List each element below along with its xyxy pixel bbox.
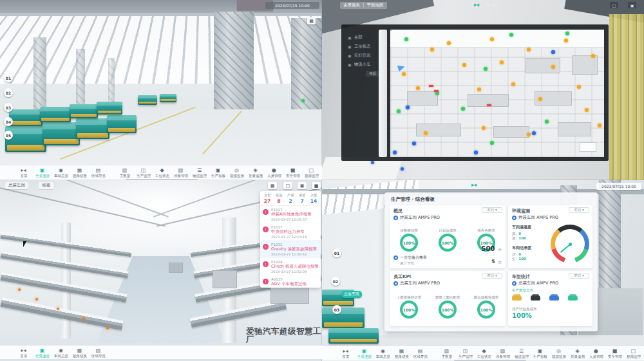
- toolbar-item[interactable]: ◫ 生产监控: [459, 348, 472, 358]
- vehicle-icon[interactable]: [568, 295, 578, 301]
- status-marker-green[interactable]: [301, 99, 305, 102]
- toolbar-item[interactable]: ◫ 生产监控: [137, 167, 150, 178]
- breadcrumb-mode[interactable]: 巡视: [39, 182, 53, 189]
- station-marker-button[interactable]: 03: [4, 103, 13, 112]
- agv-vehicle[interactable]: [5, 126, 46, 152]
- toolbar-item[interactable]: ▧ 设备管理: [496, 348, 509, 358]
- range-dropdown[interactable]: 本日 ▾: [569, 273, 589, 279]
- map-status-dot[interactable]: [397, 109, 401, 113]
- panel-view-button[interactable]: □: [283, 182, 292, 189]
- toolbar-item[interactable]: ▦ 视角切换: [73, 347, 86, 358]
- alarm-list-item[interactable]: ! F1031 Gravity 涂胶泵故障报警 2023-03-27 11:58…: [260, 241, 321, 258]
- map-alarm-mark[interactable]: [429, 85, 433, 87]
- status-marker[interactable]: [371, 161, 374, 164]
- alarm-list-item[interactable]: ! E1017 中央供料压力异常 2023-03-27 12:03:18: [260, 223, 321, 241]
- agv-vehicle[interactable]: [70, 104, 98, 118]
- station-marker-button[interactable]: 02: [4, 88, 13, 97]
- alarm-stat[interactable]: 次要 14: [308, 193, 319, 204]
- station-marker-button[interactable]: 01: [4, 73, 13, 82]
- alarm-list-item[interactable]: ! A0115 AGV 小车电量过低 2023-03-27 11:47:55: [260, 275, 321, 288]
- map-alarm-mark[interactable]: [434, 90, 439, 92]
- alarm-stat[interactable]: 严重 2: [285, 193, 296, 204]
- toolbar-item[interactable]: ▤ 区域导览: [91, 347, 105, 358]
- station-marker-button[interactable]: 05: [4, 131, 13, 140]
- toolbar-item[interactable]: ▦ 视角切换: [395, 348, 408, 358]
- range-dropdown[interactable]: 本日 ▾: [569, 207, 589, 213]
- model-stats-link[interactable]: 生产车型分布: [512, 288, 533, 293]
- map-status-dot[interactable]: [404, 37, 408, 41]
- map-status-dot[interactable]: [500, 60, 504, 64]
- agv-vehicle[interactable]: [9, 109, 43, 126]
- toolbar-item[interactable]: ■ 安全管理: [608, 348, 621, 358]
- map-status-dot[interactable]: [591, 54, 595, 58]
- map-status-dot[interactable]: [511, 82, 515, 86]
- map-status-dot[interactable]: [532, 131, 536, 135]
- map-status-dot[interactable]: [474, 151, 478, 154]
- agv-vehicle[interactable]: [76, 118, 109, 139]
- toolbar-item[interactable]: ▣ 生产看板: [211, 167, 225, 178]
- toolbar-item[interactable]: ☰ 物流监控: [193, 167, 206, 178]
- vehicle-icon[interactable]: [549, 295, 559, 301]
- map-status-dot[interactable]: [402, 72, 406, 76]
- vehicle-icon[interactable]: [512, 295, 522, 301]
- map-status-dot[interactable]: [424, 131, 428, 135]
- map-status-dot[interactable]: [509, 33, 513, 37]
- map-status-dot[interactable]: [482, 126, 486, 130]
- agv-vehicle[interactable]: [43, 122, 80, 145]
- collapse-button[interactable]: 收起: [366, 71, 380, 77]
- toolbar-item[interactable]: ▣ 全景漫游: [35, 347, 49, 358]
- window-mode-button[interactable]: □: [610, 2, 618, 8]
- map-status-dot[interactable]: [551, 50, 555, 54]
- plant-floor-map[interactable]: [390, 30, 604, 157]
- toolbar-item[interactable]: ▤ 区域导览: [413, 348, 427, 358]
- map-status-dot[interactable]: [585, 108, 589, 112]
- alarm-stat[interactable]: 紧急 8: [273, 193, 285, 204]
- toolbar-item[interactable]: ▦ 视角切换: [73, 167, 86, 178]
- range-dropdown[interactable]: 本日 ▾: [482, 273, 502, 279]
- toolbar-item[interactable]: ▣ 全景漫游: [35, 167, 49, 178]
- agv-vehicle[interactable]: [40, 107, 71, 122]
- toolbar-item[interactable]: ☰ 物流监控: [515, 348, 528, 358]
- toolbar-item[interactable]: ▸◂ 首页: [17, 167, 30, 178]
- toolbar-item[interactable]: ◉ 车间总览: [54, 347, 68, 358]
- minimap-toggle-button[interactable]: ▦: [307, 17, 316, 24]
- toolbar-item[interactable]: ● 人员管理: [267, 167, 281, 178]
- workshop-tag-pill[interactable]: 总装车间: [341, 291, 362, 298]
- station-marker-button[interactable]: 01: [332, 248, 341, 257]
- toolbar-item[interactable]: ■ 安全管理: [286, 167, 299, 178]
- layout-toggle-button[interactable]: ▣: [628, 2, 636, 8]
- panel-view-button[interactable]: ▣: [298, 182, 307, 189]
- layer-filter-item[interactable]: ▣ 全部: [348, 35, 363, 41]
- alarm-list-item[interactable]: ! E1017 焊装A区线体急停报警 2023-03-27 12:05:37: [260, 206, 321, 223]
- vehicle-icon[interactable]: [531, 295, 540, 301]
- horizontal-scrollbar[interactable]: [126, 179, 198, 180]
- status-marker[interactable]: [401, 167, 404, 171]
- layer-filter-item[interactable]: ▣ 物流小车: [348, 62, 371, 68]
- alarm-stat[interactable]: 重要 7: [296, 193, 308, 204]
- toolbar-item[interactable]: ▥ 主数据: [440, 348, 453, 358]
- panel-view-button[interactable]: ■: [312, 182, 321, 189]
- map-status-dot[interactable]: [551, 65, 555, 69]
- toolbar-item[interactable]: ● 人员管理: [589, 348, 603, 358]
- toolbar-item[interactable]: ▣ 全景漫游: [357, 348, 371, 358]
- toolbar-item[interactable]: ▤ 区域导览: [91, 167, 105, 178]
- map-status-dot[interactable]: [477, 88, 481, 91]
- alarm-list-item[interactable]: ! E1024 Clinch 机器人超限位报警 2023-03-27 11:52…: [260, 258, 321, 275]
- toolbar-item[interactable]: ◈ 质量追溯: [249, 167, 262, 178]
- range-dropdown[interactable]: 本日 ▾: [482, 207, 502, 213]
- agv-vehicle[interactable]: [107, 115, 137, 133]
- map-status-dot[interactable]: [527, 48, 531, 51]
- layer-filter-item[interactable]: ▣ 工位状态: [348, 44, 371, 50]
- station-marker-button[interactable]: 04: [4, 117, 13, 126]
- toolbar-item[interactable]: ◆ 工位状态: [477, 348, 491, 358]
- toolbar-item[interactable]: ◆ 工位状态: [155, 167, 169, 178]
- map-status-dot[interactable]: [598, 124, 601, 127]
- station-marker-button[interactable]: 02: [331, 277, 340, 286]
- map-status-dot[interactable]: [484, 67, 488, 71]
- toolbar-item[interactable]: □ 视频监控: [305, 167, 318, 178]
- map-status-dot[interactable]: [462, 63, 466, 67]
- panel-view-button[interactable]: ▦: [268, 182, 277, 189]
- agv-vehicle[interactable]: [328, 328, 379, 344]
- station-marker-button[interactable]: 03: [332, 305, 341, 314]
- map-status-dot[interactable]: [538, 97, 542, 101]
